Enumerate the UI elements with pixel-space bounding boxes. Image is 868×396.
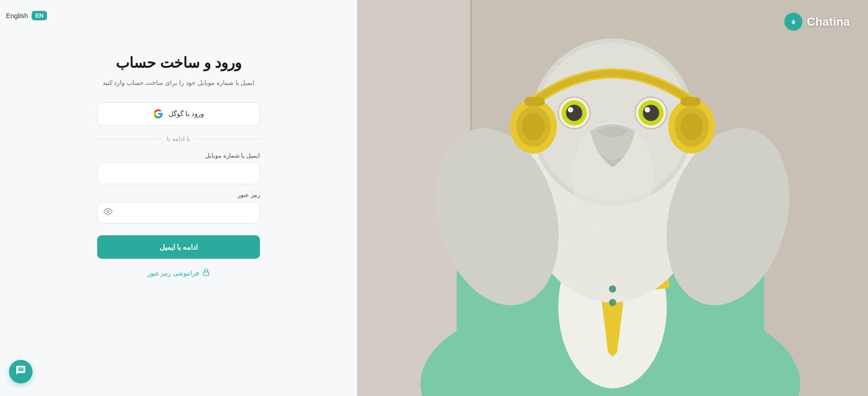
brand-icon — [784, 13, 802, 31]
toggle-password-icon[interactable] — [104, 207, 113, 219]
parrot-illustration — [357, 0, 868, 396]
brand-logo: Chatina — [784, 13, 850, 31]
divider-text: یا ادامه با — [167, 135, 190, 142]
svg-point-37 — [791, 21, 793, 22]
language-selector[interactable]: English EN — [6, 11, 47, 20]
left-panel: English EN ورود و ساخت حساب ایمیل یا شما… — [0, 0, 357, 396]
svg-point-35 — [609, 299, 616, 306]
password-label: رمز عبور — [97, 191, 260, 198]
svg-rect-31 — [524, 97, 545, 106]
email-label: ایمیل یا شماره موبایل — [97, 152, 260, 159]
forgot-icon — [203, 269, 210, 278]
page-title: ورود و ساخت حساب — [116, 54, 241, 71]
right-panel: Chatina — [357, 0, 868, 396]
svg-rect-32 — [680, 97, 701, 106]
password-input[interactable] — [97, 202, 260, 224]
divider: یا ادامه با — [97, 135, 260, 142]
divider-line-left — [196, 139, 260, 139]
svg-point-30 — [680, 113, 703, 140]
svg-point-34 — [609, 285, 616, 293]
language-text: English — [6, 12, 28, 19]
svg-point-38 — [794, 21, 795, 22]
email-input-wrap — [97, 163, 260, 184]
email-field-group: ایمیل یا شماره موبایل — [97, 152, 260, 184]
password-field-group: رمز عبور — [97, 191, 260, 224]
google-signin-button[interactable]: ورود با گوگل — [97, 102, 260, 126]
svg-point-22 — [643, 105, 659, 121]
svg-point-0 — [107, 210, 109, 213]
svg-rect-1 — [203, 272, 209, 275]
svg-point-17 — [566, 105, 582, 121]
divider-line-right — [97, 139, 161, 139]
forgot-password-link[interactable]: فراموشی رمز عبور — [147, 269, 210, 278]
chat-support-button[interactable] — [9, 360, 33, 383]
form-container: ورود و ساخت حساب ایمیل یا شماره موبایل خ… — [97, 54, 260, 278]
google-btn-label: ورود با گوگل — [169, 110, 204, 118]
forgot-password-text[interactable]: فراموشی رمز عبور — [147, 270, 199, 277]
language-badge: EN — [32, 11, 47, 20]
brand-name: Chatina — [807, 15, 850, 29]
svg-point-33 — [572, 122, 653, 230]
email-input[interactable] — [97, 163, 260, 184]
svg-point-27 — [522, 113, 545, 140]
google-icon — [153, 109, 163, 119]
chat-bubble-icon — [15, 365, 26, 378]
svg-point-18 — [568, 107, 573, 112]
svg-point-23 — [645, 107, 650, 112]
page-subtitle: ایمیل یا شماره موبایل خود را برای ساخت ح… — [103, 78, 255, 88]
password-input-wrap — [97, 202, 260, 224]
submit-button[interactable]: ادامه با ایمیل — [97, 235, 260, 259]
